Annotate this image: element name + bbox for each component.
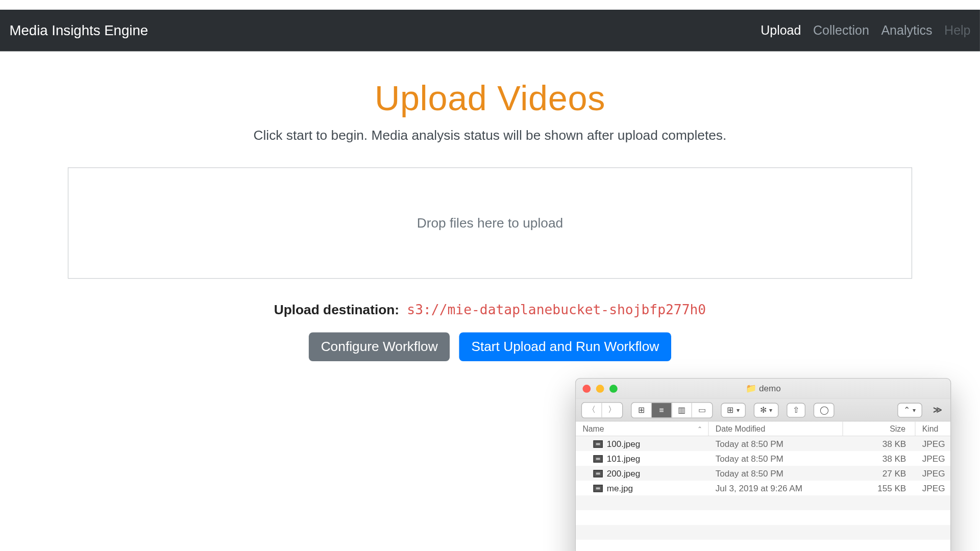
finder-action-button[interactable]: ✻ ▾ [754, 403, 779, 417]
file-name: 100.jpeg [607, 439, 641, 449]
file-size: 27 KB [843, 468, 916, 479]
finder-window-title: 📁demo [576, 383, 950, 393]
file-name: 200.jpeg [607, 468, 641, 479]
finder-column-headers: Name ⌃ Date Modified Size Kind [576, 421, 950, 436]
finder-col-header-kind[interactable]: Kind [916, 421, 950, 436]
page-title: Upload Videos [0, 78, 980, 118]
finder-tags-button[interactable]: ◯ [814, 403, 835, 417]
upload-destination-row: Upload destination: s3://mie-dataplanebu… [0, 302, 980, 318]
file-name: 101.jpeg [607, 454, 641, 464]
window-minimize-button[interactable] [596, 384, 604, 392]
finder-icon-view-button[interactable]: ⊞ [631, 403, 651, 417]
page-subtitle: Click start to begin. Media analysis sta… [0, 128, 980, 143]
finder-column-view-button[interactable]: ▥ [672, 403, 692, 417]
finder-dropbox-button[interactable]: ⌃ ▾ [897, 403, 922, 417]
finder-forward-button[interactable]: 〉 [602, 403, 622, 417]
file-date: Today at 8:50 PM [709, 454, 843, 464]
window-close-button[interactable] [582, 384, 591, 392]
upload-destination-label: Upload destination: [274, 302, 399, 317]
finder-col-header-name[interactable]: Name ⌃ [576, 421, 708, 436]
finder-empty-row [576, 510, 950, 525]
navbar: Media Insights Engine Upload Collection … [0, 10, 980, 52]
finder-empty-row [576, 495, 950, 510]
start-upload-button[interactable]: Start Upload and Run Workflow [459, 333, 671, 362]
file-date: Today at 8:50 PM [709, 439, 843, 449]
finder-file-row[interactable]: 200.jpeg Today at 8:50 PM 27 KB JPEG [576, 466, 950, 481]
image-file-icon [593, 484, 602, 491]
file-date: Today at 8:50 PM [709, 468, 843, 479]
brand-title: Media Insights Engine [9, 22, 148, 39]
file-name: me.jpg [607, 483, 633, 493]
finder-nav-group: 〈 〉 [581, 402, 623, 418]
finder-file-row[interactable]: me.jpg Jul 3, 2019 at 9:26 AM 155 KB JPE… [576, 481, 950, 495]
finder-col-header-date[interactable]: Date Modified [709, 421, 843, 436]
dropzone-text: Drop files here to upload [417, 215, 564, 231]
finder-gallery-view-button[interactable]: ▭ [692, 403, 712, 417]
file-kind: JPEG [916, 468, 950, 479]
file-kind: JPEG [916, 439, 950, 449]
main-content: Upload Videos Click start to begin. Medi… [0, 52, 980, 362]
finder-back-button[interactable]: 〈 [582, 403, 602, 417]
upload-destination-value: s3://mie-dataplanebucket-shojbfp277h0 [407, 302, 706, 318]
configure-workflow-button[interactable]: Configure Workflow [309, 333, 450, 362]
finder-list-view-button[interactable]: ≡ [652, 403, 672, 417]
finder-window[interactable]: 📁demo 〈 〉 ⊞ ≡ ▥ ▭ ⊞ ▾ ✻ ▾ ⇧ ◯ ⌃ ▾ ≫ [575, 378, 951, 551]
image-file-icon [593, 440, 602, 447]
image-file-icon [593, 455, 602, 462]
finder-share-button[interactable]: ⇧ [787, 403, 805, 417]
folder-icon: 📁 [746, 383, 756, 393]
nav-link-collection[interactable]: Collection [813, 23, 869, 38]
window-zoom-button[interactable] [609, 384, 618, 392]
finder-empty-row [576, 525, 950, 540]
file-dropzone[interactable]: Drop files here to upload [68, 167, 912, 279]
file-kind: JPEG [916, 454, 950, 464]
sort-ascending-icon: ⌃ [697, 425, 703, 432]
file-size: 38 KB [843, 439, 916, 449]
nav-link-analytics[interactable]: Analytics [881, 23, 932, 38]
finder-toolbar: 〈 〉 ⊞ ≡ ▥ ▭ ⊞ ▾ ✻ ▾ ⇧ ◯ ⌃ ▾ ≫ [576, 399, 950, 422]
finder-arrange-button[interactable]: ⊞ ▾ [721, 403, 746, 417]
file-date: Jul 3, 2019 at 9:26 AM [709, 483, 843, 493]
finder-file-row[interactable]: 101.jpeg Today at 8:50 PM 38 KB JPEG [576, 451, 950, 466]
finder-col-header-size[interactable]: Size [843, 421, 916, 436]
nav-link-help[interactable]: Help [944, 23, 970, 38]
finder-file-list: 100.jpeg Today at 8:50 PM 38 KB JPEG 101… [576, 436, 950, 551]
file-size: 155 KB [843, 483, 916, 493]
finder-titlebar[interactable]: 📁demo [576, 379, 950, 398]
nav-link-upload[interactable]: Upload [761, 23, 801, 38]
finder-overflow-button[interactable]: ≫ [930, 405, 945, 415]
finder-view-group: ⊞ ≡ ▥ ▭ [631, 402, 713, 418]
image-file-icon [593, 469, 602, 477]
finder-empty-row [576, 540, 950, 551]
finder-file-row[interactable]: 100.jpeg Today at 8:50 PM 38 KB JPEG [576, 436, 950, 451]
file-kind: JPEG [916, 483, 950, 493]
file-size: 38 KB [843, 454, 916, 464]
